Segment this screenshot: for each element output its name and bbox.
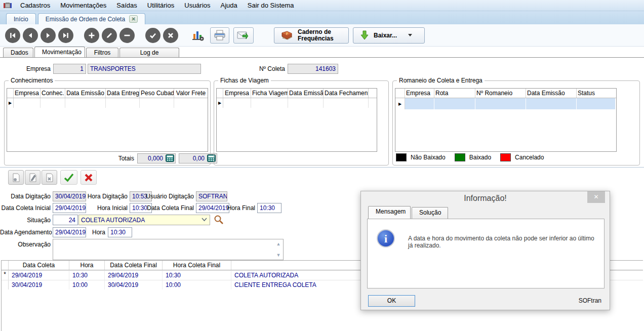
pencil-icon <box>105 31 113 39</box>
empty-grid-row: ▶ <box>7 98 208 108</box>
conhecimentos-title: Conhecimentos <box>9 77 55 84</box>
tab-emissao-label: Emissão de Ordem de Coleta <box>46 16 125 23</box>
empresa-name-field: TRANSPORTES <box>88 64 201 74</box>
book-icon: F <box>280 30 294 41</box>
edit-record-button[interactable] <box>102 28 117 43</box>
dialog-tab-mensagem[interactable]: Mensagem <box>368 206 411 219</box>
observacao-textarea[interactable]: ▲ ▼ <box>53 239 284 260</box>
column-header: Empresa <box>14 89 41 98</box>
hora-final-field[interactable]: 10:30 <box>257 203 281 213</box>
info-icon: i <box>377 229 395 247</box>
usuario-digitacao-field: SOFTRAN <box>196 191 227 201</box>
add-record-button[interactable] <box>84 28 99 43</box>
scroll-down-icon[interactable]: ▼ <box>275 252 282 259</box>
tab-inicio[interactable]: Início <box>6 13 36 24</box>
menu-utilitarios[interactable]: Utilitários <box>142 1 179 10</box>
plus-icon <box>88 31 96 39</box>
download-icon <box>359 30 370 41</box>
movement-toolbar <box>8 170 98 185</box>
romaneio-grid[interactable]: Empresa Rota Nº Romaneio Data Emissão St… <box>395 88 617 152</box>
column-header: Data Emissão <box>526 89 577 98</box>
confirm-button[interactable] <box>145 28 160 43</box>
ok-button[interactable]: OK <box>368 295 415 307</box>
svg-text:F: F <box>286 32 289 35</box>
column-header: Conhec. <box>41 89 65 98</box>
menu-usuarios[interactable]: Usuários <box>179 1 215 10</box>
page-tab-strip: Dados Movimentação Filtros Log de Altera… <box>0 47 644 57</box>
first-record-icon <box>9 31 17 39</box>
conhecimentos-grid[interactable]: Empresa Conhec. Data Emissão Data Entreg… <box>7 88 208 152</box>
column-header: Data Fechamento <box>324 89 369 98</box>
nav-next-button[interactable] <box>41 28 56 43</box>
dialog-close-icon[interactable]: ✕ <box>587 191 605 203</box>
n-coleta-field: 141603 <box>288 64 338 74</box>
romaneio-group: Romaneio de Coleta e Entrega Empresa Rot… <box>392 80 640 166</box>
menu-saidas[interactable]: Saídas <box>111 1 142 10</box>
row-indicator-icon: ▶ <box>7 98 14 108</box>
check-icon <box>149 31 157 39</box>
next-record-icon <box>44 31 52 39</box>
window-tab-strip: Início Emissão de Ordem de Coleta ✕ <box>0 11 644 24</box>
email-button[interactable] <box>233 27 254 44</box>
menu-ajuda[interactable]: Ajuda <box>216 1 243 10</box>
dialog-tab-solucao[interactable]: Solução <box>412 207 448 219</box>
tab-close-icon[interactable]: ✕ <box>129 15 138 23</box>
cross-icon <box>167 31 175 39</box>
chart-button[interactable] <box>189 27 207 44</box>
column-header: Empresa <box>405 89 434 98</box>
legend-cancelado-label: Cancelado <box>515 154 544 161</box>
subtab-filtros[interactable]: Filtros <box>86 48 118 57</box>
observacao-label: Observação <box>0 241 51 248</box>
column-header: Data Emissão <box>65 89 106 98</box>
calculator-icon[interactable] <box>166 154 174 162</box>
data-digitacao-label: Data Digitação <box>0 193 51 200</box>
selected-grid-row[interactable]: ▶ <box>395 98 616 109</box>
legend-baixado-label: Baixado <box>469 154 491 161</box>
column-header: Hora Coleta Final <box>163 261 231 270</box>
tab-inicio-label: Início <box>14 16 28 23</box>
delete-record-button[interactable] <box>119 28 135 43</box>
subtab-movimentacao[interactable]: Movimentação <box>34 47 85 57</box>
cancel-button[interactable] <box>163 28 178 43</box>
fichas-viagem-group: Fichas de Viagem Empresa Ficha Viagem Da… <box>214 80 389 166</box>
menu-movimentacoes[interactable]: Movimentações <box>55 1 111 10</box>
nav-last-button[interactable] <box>58 28 73 43</box>
dialog-message: A data e hora do movimento da coleta não… <box>408 229 597 249</box>
column-header: Data Entrega <box>106 89 140 98</box>
fichas-viagem-grid[interactable]: Empresa Ficha Viagem Data Emissão Data F… <box>216 88 377 152</box>
menu-sair-do-sistema[interactable]: Sair do Sistema <box>243 1 299 10</box>
subtab-dados[interactable]: Dados <box>3 48 33 57</box>
hora-agendamento-field[interactable]: 10:30 <box>108 227 132 237</box>
column-header: Data Coleta Final <box>105 261 163 270</box>
document-gear-icon <box>12 173 21 182</box>
tab-emissao-ordem-coleta[interactable]: Emissão de Ordem de Coleta ✕ <box>38 13 145 24</box>
empresa-label: Empresa <box>10 65 51 72</box>
menu-cadastros[interactable]: Cadastros <box>15 1 55 10</box>
data-coleta-inicial-label: Data Coleta Inicial <box>0 204 51 212</box>
subtab-log-alteracao[interactable]: Log de Alteração <box>119 48 179 57</box>
scroll-up-icon[interactable]: ▲ <box>275 240 282 247</box>
delete-movement-button[interactable] <box>42 170 57 185</box>
document-pencil-icon <box>28 173 37 182</box>
situacao-combo[interactable]: COLETA AUTORIZADA <box>78 215 210 225</box>
situacao-code-field[interactable]: 24 <box>53 215 78 225</box>
chevron-down-icon[interactable] <box>202 218 207 222</box>
nav-prev-button[interactable] <box>23 28 38 43</box>
baixar-dropdown-arrow-icon[interactable] <box>408 34 412 36</box>
print-button[interactable] <box>210 27 229 44</box>
row-indicator-icon: ▶ <box>217 98 223 108</box>
new-movement-button[interactable] <box>8 170 24 185</box>
search-icon[interactable] <box>213 214 224 225</box>
confirm-movement-button[interactable] <box>60 170 77 185</box>
nav-first-button[interactable] <box>5 28 20 43</box>
cancel-movement-button[interactable] <box>80 170 97 185</box>
dialog-message-area: i A data e hora do movimento da coleta n… <box>367 219 605 288</box>
column-header: Valor Frete <box>174 89 208 98</box>
edit-movement-button[interactable] <box>25 170 41 185</box>
baixar-button[interactable]: Baixar... <box>353 27 425 44</box>
caderno-frequencias-button[interactable]: F Caderno de Frequências <box>274 27 349 44</box>
minus-icon <box>123 31 131 39</box>
totais-label: Totais <box>106 155 134 162</box>
column-header: Data Coleta <box>9 261 69 270</box>
section-divider <box>0 167 644 168</box>
